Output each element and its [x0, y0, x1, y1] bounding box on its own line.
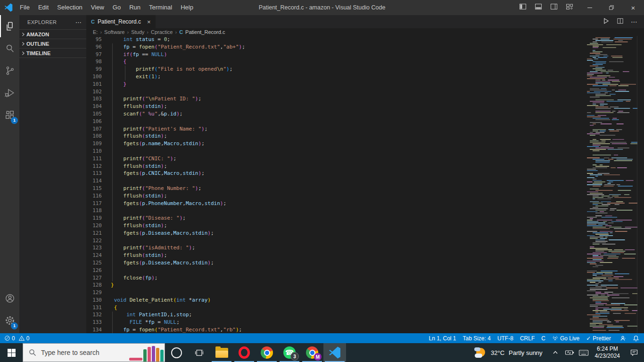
line-number: 96	[86, 43, 111, 51]
tab-close-icon[interactable]: ×	[147, 18, 151, 25]
customize-layout-icon[interactable]	[566, 3, 573, 12]
status-go-live[interactable]: Go Live	[549, 333, 583, 343]
cortana-button[interactable]	[165, 343, 188, 362]
code-line-133: FILE *fp = NULL;	[111, 319, 586, 326]
code-editor[interactable]: 9596979899100101102103104105106107108109…	[86, 36, 644, 333]
search-icon[interactable]	[0, 37, 19, 59]
split-editor-icon[interactable]	[617, 17, 624, 26]
weather-widget[interactable]: 32°C Partly sunny	[469, 346, 548, 359]
explorer-sidebar: EXPLORER ⋯ AMAZONOUTLINETIMELINE	[19, 15, 86, 333]
breadcrumb-separator: ›	[175, 29, 177, 35]
touch-keyboard-icon[interactable]	[577, 343, 591, 362]
problems-indicator[interactable]: 0 0	[4, 333, 29, 343]
accounts-icon[interactable]	[0, 287, 19, 309]
editor-content[interactable]: int status = 0; fp = fopen("Patient_Reco…	[111, 36, 586, 333]
breadcrumb-separator: ›	[127, 29, 129, 35]
search-placeholder: Type here to search	[41, 349, 99, 356]
extensions-icon[interactable]: 1	[0, 104, 19, 126]
line-number: 98	[86, 58, 111, 66]
minimap[interactable]	[586, 36, 637, 333]
system-tray: 32°C Partly sunny 6:24 PM 4/23/2024	[469, 343, 644, 362]
weather-icon	[474, 346, 487, 359]
menu-run[interactable]: Run	[125, 0, 145, 15]
line-number: 130	[86, 296, 111, 304]
opera-app-icon[interactable]	[233, 343, 256, 362]
code-line-134: fp = fopen("Patient_Record.txt","rb");	[111, 326, 586, 333]
status-encoding[interactable]: UTF-8	[494, 333, 517, 343]
status-indentation[interactable]: Tab Size: 4	[460, 333, 494, 343]
breadcrumb-file[interactable]: Patient_Record.c	[185, 29, 225, 35]
menu-help[interactable]: Help	[176, 0, 198, 15]
vscode-app-icon[interactable]	[323, 343, 346, 362]
code-line-129	[111, 289, 586, 296]
breadcrumb-item[interactable]: E:	[93, 29, 98, 35]
chrome-app-icon[interactable]	[256, 343, 278, 362]
menu-edit[interactable]: Edit	[34, 0, 53, 15]
notifications-bell-icon[interactable]	[629, 333, 644, 343]
settings-gear-icon[interactable]: 1	[0, 309, 19, 331]
code-line-101: }	[111, 81, 586, 88]
toggle-panel-icon[interactable]	[535, 3, 542, 12]
battery-icon[interactable]	[562, 343, 577, 362]
explorer-more-actions-icon[interactable]: ⋯	[75, 19, 82, 26]
search-glyph-icon	[29, 349, 36, 356]
line-number: 95	[86, 36, 111, 43]
explorer-icon[interactable]	[0, 15, 19, 37]
line-number: 120	[86, 222, 111, 230]
toggle-secondary-sidebar-icon[interactable]	[550, 3, 558, 12]
breadcrumb-item[interactable]: Cpractice	[151, 29, 173, 35]
editor-group: C Patient_Record.c × ⋯ E:›Software›Study…	[86, 15, 644, 333]
status-eol[interactable]: CRLF	[517, 333, 538, 343]
menu-file[interactable]: File	[16, 0, 34, 15]
sidebar-section-timeline[interactable]: TIMELINE	[19, 48, 86, 58]
feedback-icon[interactable]	[616, 333, 629, 343]
breadcrumb-item[interactable]: Software	[104, 29, 124, 35]
status-language-mode[interactable]: C	[538, 333, 549, 343]
breadcrumb: E:›Software›Study›Cpractice›CPatient_Rec…	[86, 28, 644, 36]
scrollbar[interactable]	[637, 36, 644, 333]
breadcrumb-item[interactable]: Study	[131, 29, 144, 35]
code-line-114	[111, 177, 586, 185]
window-title: Patient_Record.c - amazon - Visual Studi…	[259, 4, 386, 11]
restore-button[interactable]	[601, 0, 622, 15]
line-number: 100	[86, 73, 111, 81]
menu-terminal[interactable]: Terminal	[145, 0, 176, 15]
menu-go[interactable]: Go	[108, 0, 125, 15]
editor-more-actions-icon[interactable]: ⋯	[631, 18, 637, 25]
code-line-104: fflush(stdin);	[111, 103, 586, 110]
code-line-122	[111, 237, 586, 245]
run-and-debug-icon[interactable]	[0, 82, 19, 104]
close-button[interactable]: ×	[622, 0, 644, 15]
menu-view[interactable]: View	[87, 0, 108, 15]
whatsapp-app-icon[interactable]: ☎ 3	[278, 343, 301, 362]
weather-temp: 32°C	[491, 349, 504, 356]
line-number: 113	[86, 170, 111, 177]
taskbar-search[interactable]: Type here to search	[23, 343, 165, 362]
run-code-icon[interactable]	[603, 17, 610, 26]
line-number: 128	[86, 281, 111, 289]
code-line-106	[111, 118, 586, 125]
menu-selection[interactable]: Selection	[53, 0, 86, 15]
status-cursor-position[interactable]: Ln 1, Col 1	[425, 333, 459, 343]
tab-patient-record[interactable]: C Patient_Record.c ×	[86, 15, 156, 28]
settings-badge: 1	[11, 322, 18, 329]
line-number: 112	[86, 163, 111, 170]
start-button[interactable]	[0, 343, 23, 362]
status-prettier[interactable]: ✓Prettier	[583, 333, 614, 343]
action-center-icon[interactable]	[624, 343, 644, 362]
task-view-button[interactable]	[188, 343, 210, 362]
chrome-profile-app-icon[interactable]: M	[301, 343, 323, 362]
sidebar-section-outline[interactable]: OUTLINE	[19, 39, 86, 48]
sidebar-section-amazon[interactable]: AMAZON	[19, 29, 86, 39]
code-line-124: fflush(stdin);	[111, 252, 586, 259]
hidden-icons-chevron[interactable]	[548, 343, 562, 362]
source-control-icon[interactable]	[0, 59, 19, 82]
toggle-sidebar-icon[interactable]	[519, 3, 527, 12]
minimize-button[interactable]	[579, 0, 601, 15]
clock[interactable]: 6:24 PM 4/23/2024	[591, 346, 624, 360]
file-explorer-app-icon[interactable]	[210, 343, 233, 362]
warning-icon	[18, 335, 25, 341]
code-line-100: exit(1);	[111, 73, 586, 81]
line-number: 103	[86, 95, 111, 103]
code-line-98: {	[111, 58, 586, 66]
